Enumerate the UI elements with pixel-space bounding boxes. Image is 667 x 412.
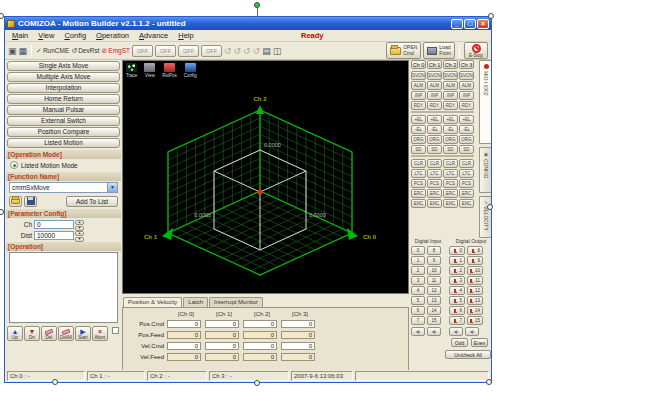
do-button-7[interactable]: 7 [449,316,465,325]
rotate-icon[interactable]: ↺ [234,45,242,57]
signal-button-ch3-sd[interactable]: SD [459,145,474,154]
do-button-13[interactable]: 13 [467,296,483,305]
do-button-4[interactable]: 4 [449,286,465,295]
param-input-ch[interactable]: 0 [34,220,74,229]
di-button-9[interactable]: 9 [427,256,441,265]
plot-tool-config[interactable]: Config [184,63,197,78]
param-stepper-ch[interactable]: ▲▼ [75,220,84,229]
signal-button-ch0-el[interactable]: +EL [411,115,426,124]
side-tab-config[interactable]: ◉CONFIG [479,147,492,193]
menu-main[interactable]: Main [7,31,33,40]
rotate-icon[interactable]: ↺ [253,45,261,57]
signal-button-ch0-pcs[interactable]: PCS [411,179,426,188]
signal-button-ch1-clr[interactable]: CLR [427,159,442,168]
signal-button-ch3-el[interactable]: +EL [459,115,474,124]
do-button-6[interactable]: 6 [449,306,465,315]
mode-button-interpolation[interactable]: Interpolation [7,83,120,93]
channel-tab-ch-2[interactable]: Ch 2 [443,60,458,69]
di-all-off-icon[interactable]: ◀) [427,327,441,336]
di-button-7[interactable]: 7 [411,316,425,325]
signal-button-ch2-alm[interactable]: ALM [443,81,458,90]
channel-tab-ch-0[interactable]: Ch 0 [411,60,426,69]
signal-button-ch1-svon[interactable]: SVON [427,71,442,80]
listed-motion-mode-radio[interactable]: Listed Motion Mode [6,160,121,170]
do-button-10[interactable]: 10 [467,266,483,275]
di-button-8[interactable]: 8 [427,246,441,255]
do-all-off-icon[interactable]: ◀) [465,327,479,336]
page-icon[interactable]: ▤ [262,45,271,57]
di-button-1[interactable]: 1 [411,256,425,265]
signal-button-ch3-alm[interactable]: ALM [459,81,474,90]
plot-tool-view[interactable]: View [144,63,155,78]
signal-button-ch1-inp[interactable]: INP [427,91,442,100]
selection-handle-top-right[interactable] [488,13,494,19]
signal-button-ch0-ltc[interactable]: LTC [411,169,426,178]
signal-button-ch1-org[interactable]: ORG [427,135,442,144]
mode-button-home-return[interactable]: Home Return [7,94,120,104]
title-bar[interactable]: COMIZOA - Motion Builder v2.1.1.2 - unti… [5,17,491,30]
di-button-0[interactable]: 0 [411,246,425,255]
signal-button-ch2-sd[interactable]: SD [443,145,458,154]
tab-interrupt-monitor[interactable]: Interrupt Monitor [209,297,263,307]
mode-button-multiple-axis-move[interactable]: Multiple Axis Move [7,72,120,82]
signal-button-ch2-el[interactable]: -EL [443,125,458,134]
signal-button-ch0-erc[interactable]: ERC [411,189,426,198]
plot-tool-rstpos[interactable]: RstPos [162,63,177,78]
signal-button-ch3-svon[interactable]: SVON [459,71,474,80]
do-button-15[interactable]: 15 [467,316,483,325]
signal-button-ch0-enc[interactable]: ENC [411,199,426,208]
signal-button-ch2-el[interactable]: +EL [443,115,458,124]
dev-rst-button[interactable]: ↺DevRst [71,47,99,55]
signal-button-ch0-rdy[interactable]: RDY [411,101,426,110]
do-button-2[interactable]: 2 [449,266,465,275]
signal-button-ch2-inp[interactable]: INP [443,91,458,100]
menu-help[interactable]: Help [173,31,198,40]
signal-button-ch0-inp[interactable]: INP [411,91,426,100]
load-from-button[interactable]: LoadFrom [423,42,455,59]
spin-up-icon[interactable]: ▲ [75,231,84,236]
di-all-on-icon[interactable]: ◀) [411,327,425,336]
di-button-15[interactable]: 15 [427,316,441,325]
abort-button[interactable]: ×Abort [92,326,108,341]
signal-button-ch3-ltc[interactable]: LTC [459,169,474,178]
signal-button-ch2-erc[interactable]: ERC [443,189,458,198]
layout-icon[interactable]: ◫ [273,45,282,57]
do-button-8[interactable]: 8 [467,246,483,255]
del-button[interactable]: Del [41,326,57,341]
signal-button-ch2-ltc[interactable]: LTC [443,169,458,178]
spin-up-icon[interactable]: ▲ [75,220,84,225]
rotate-icon[interactable]: ↺ [243,45,251,57]
do-button-14[interactable]: 14 [467,306,483,315]
param-input-dist[interactable]: 10000 [34,231,74,240]
signal-button-ch1-enc[interactable]: ENC [427,199,442,208]
operation-listbox[interactable] [9,252,118,323]
odd-button[interactable]: Odd [451,338,468,347]
signal-button-ch3-clr[interactable]: CLR [459,159,474,168]
do-button-1[interactable]: 1 [449,256,465,265]
di-button-5[interactable]: 5 [411,296,425,305]
do-button-12[interactable]: 12 [467,286,483,295]
estop-button[interactable]: E-Stop [464,42,488,59]
do-button-9[interactable]: 9 [467,256,483,265]
signal-button-ch3-rdy[interactable]: RDY [459,101,474,110]
signal-button-ch2-svon[interactable]: SVON [443,71,458,80]
signal-button-ch2-pcs[interactable]: PCS [443,179,458,188]
do-button-0[interactable]: 0 [449,246,465,255]
signal-button-ch1-alm[interactable]: ALM [427,81,442,90]
add-to-list-button[interactable]: Add To List [66,196,118,207]
signal-button-ch0-alm[interactable]: ALM [411,81,426,90]
signal-button-ch0-clr[interactable]: CLR [411,159,426,168]
run-cme-button[interactable]: ✓RunCME [36,47,69,55]
signal-button-ch3-el[interactable]: -EL [459,125,474,134]
signal-button-ch3-pcs[interactable]: PCS [459,179,474,188]
di-button-6[interactable]: 6 [411,306,425,315]
mode-button-manual-pulsar[interactable]: Manual Pulsar [7,105,120,115]
signal-button-ch3-org[interactable]: ORG [459,135,474,144]
selection-handle-bottom-center[interactable] [254,380,260,386]
signal-button-ch3-enc[interactable]: ENC [459,199,474,208]
selection-handle-bottom-left[interactable] [52,379,58,385]
channel-tab-ch-3[interactable]: Ch 3 [459,60,474,69]
spin-down-icon[interactable]: ▼ [75,237,84,242]
channel-tab-ch-1[interactable]: Ch 1 [427,60,442,69]
do-all-on-icon[interactable]: ◀) [449,327,463,336]
